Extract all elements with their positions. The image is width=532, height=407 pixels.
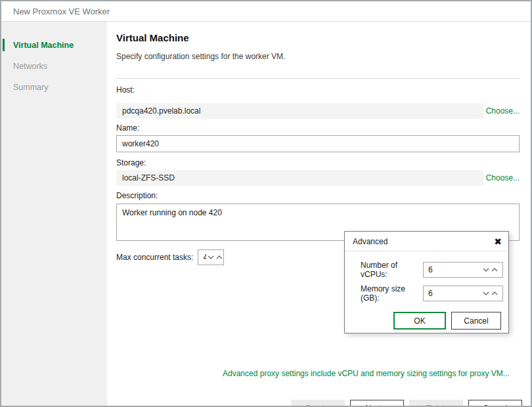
vcpus-increment-button[interactable]	[490, 263, 499, 276]
max-tasks-value[interactable]	[198, 251, 206, 264]
window-titlebar: New Proxmox VE Worker	[1, 1, 531, 22]
dialog-cancel-button[interactable]: Cancel	[451, 312, 501, 330]
vcpus-value[interactable]	[424, 263, 481, 276]
cancel-button[interactable]: Cancel	[468, 400, 522, 407]
storage-choose-link[interactable]: Choose...	[486, 173, 520, 182]
memory-increment-button[interactable]	[490, 287, 499, 300]
sidebar-item-label: Networks	[13, 62, 47, 71]
chevron-down-icon	[483, 291, 489, 295]
wizard-steps-sidebar: Virtual Machine Networks Summary	[1, 22, 107, 406]
sidebar-item-networks[interactable]: Networks	[1, 56, 107, 77]
storage-field: local-ZFS-SSD	[116, 170, 483, 186]
memory-value[interactable]	[424, 287, 481, 300]
window-title: New Proxmox VE Worker	[13, 7, 110, 16]
sidebar-item-label: Virtual Machine	[13, 41, 74, 50]
description-label: Description:	[116, 191, 520, 200]
previous-button[interactable]: < Previous	[291, 400, 345, 407]
memory-spinner	[423, 286, 503, 301]
max-tasks-label: Max concurrent tasks:	[116, 253, 193, 262]
chevron-down-icon	[483, 268, 489, 272]
advanced-dialog-titlebar: Advanced ✖	[345, 232, 508, 251]
memory-decrement-button[interactable]	[481, 287, 490, 300]
max-tasks-spinner	[198, 249, 224, 265]
page-title: Virtual Machine	[116, 32, 520, 43]
max-tasks-decrement-button[interactable]	[206, 251, 215, 264]
dialog-ok-button[interactable]: OK	[393, 312, 446, 330]
advanced-dialog: Advanced ✖ Number of vCPUs: Memory size …	[344, 231, 509, 333]
advanced-settings-link[interactable]: Advanced proxy settings include vCPU and…	[223, 369, 510, 378]
host-choose-link[interactable]: Choose...	[486, 106, 520, 116]
storage-label: Storage:	[116, 158, 520, 167]
memory-label: Memory size (GB):	[361, 284, 423, 303]
section-divider	[116, 78, 520, 79]
close-icon[interactable]: ✖	[494, 237, 502, 246]
host-field: pdcqa420.pvelab.local	[116, 103, 483, 119]
vcpus-label: Number of vCPUs:	[361, 261, 423, 279]
name-label: Name:	[116, 123, 520, 133]
chevron-down-icon	[208, 255, 214, 259]
main-panel: Virtual Machine Specify configuration se…	[107, 22, 532, 399]
host-label: Host:	[116, 85, 520, 95]
chevron-up-icon	[216, 255, 223, 259]
active-step-indicator	[3, 39, 5, 51]
name-input[interactable]	[116, 135, 520, 152]
sidebar-item-summary[interactable]: Summary	[1, 77, 107, 98]
sidebar-item-virtual-machine[interactable]: Virtual Machine	[1, 35, 107, 56]
wizard-window: New Proxmox VE Worker Virtual Machine Ne…	[0, 0, 532, 407]
vcpus-decrement-button[interactable]	[481, 263, 490, 276]
chevron-up-icon	[491, 291, 498, 295]
wizard-navigation: < Previous Next > Finish Cancel	[291, 400, 522, 407]
finish-button[interactable]: Finish	[409, 400, 463, 407]
advanced-dialog-title: Advanced	[353, 237, 388, 246]
next-button[interactable]: Next >	[350, 400, 404, 407]
vcpus-spinner	[423, 262, 503, 278]
sidebar-item-label: Summary	[13, 83, 48, 92]
page-subtitle: Specify configuration settings for the w…	[116, 52, 520, 61]
max-tasks-increment-button[interactable]	[215, 251, 223, 264]
chevron-up-icon	[491, 268, 498, 272]
